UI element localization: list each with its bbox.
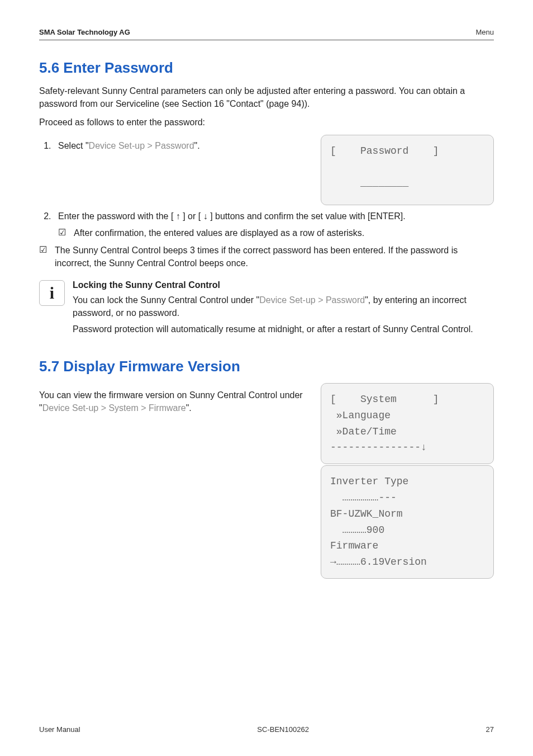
step-2-a: Enter the password with the [ <box>58 211 176 221</box>
display-password-line1: [ Password ] <box>330 145 439 157</box>
header-left: SMA Solar Technology AG <box>39 28 130 36</box>
step-list-2: Enter the password with the [ ↑ ] or [ ↓… <box>39 210 494 239</box>
system-panel1-line4: ---------------↓ <box>330 442 427 453</box>
section-5-7-menupath: Device Set-up > System > Firmware <box>42 403 186 413</box>
header-right: Menu <box>475 28 494 36</box>
step-1-text-c: ". <box>194 141 200 150</box>
system-panel1-line2: »Language <box>330 410 391 421</box>
section-5-6-title: 5.6 Enter Password <box>39 59 494 77</box>
step-list-1: Select "Device Set-up > Password". <box>39 139 312 153</box>
info-title: Locking the Sunny Central Control <box>73 280 494 290</box>
display-password-line2: ________ <box>330 177 408 188</box>
arrow-up-icon: ↑ <box>176 211 180 221</box>
result-check-text: The Sunny Central Control beeps 3 times … <box>55 244 494 270</box>
footer-right: 27 <box>486 725 494 734</box>
page-footer: User Manual SC-BEN100262 27 <box>39 725 494 734</box>
step-1: Select "Device Set-up > Password". <box>54 139 312 153</box>
info-icon-box: i <box>39 280 65 306</box>
system-panel2-line1: Inverter Type <box>330 476 408 487</box>
device-display-system-2: Inverter Type ………………--- BF-UZWK_Norm ………… <box>321 465 494 579</box>
system-panel1-line3: »Date/Time <box>330 426 397 437</box>
info-text: Locking the Sunny Central Control You ca… <box>73 280 494 339</box>
system-panel1-line1: [ System ] <box>330 394 439 405</box>
section-5-7-title: 5.7 Display Firmware Version <box>39 358 494 375</box>
info-icon: i <box>50 285 54 301</box>
step-1-text-a: Select " <box>58 141 89 150</box>
step-2: Enter the password with the [ ↑ ] or [ ↓… <box>54 210 494 239</box>
section-5-6-intro: Safety-relevant Sunny Central parameters… <box>39 84 494 110</box>
system-panel2-line6: →…………6.19Version <box>330 556 427 568</box>
system-panel2-line2: ………………--- <box>330 492 397 503</box>
footer-center: SC-BEN100262 <box>257 725 309 734</box>
system-panel2-line5: Firmware <box>330 540 378 551</box>
section-5-6-proceed: Proceed as follows to enter the password… <box>39 116 494 129</box>
system-panel2-line4: …………900 <box>330 525 384 536</box>
section-5-7-p-c: ". <box>186 403 192 413</box>
result-check-row: ☑ The Sunny Central Control beeps 3 time… <box>39 244 494 270</box>
system-panel2-line3: BF-UZWK_Norm <box>330 508 403 519</box>
info-p1-a: You can lock the Sunny Central Control u… <box>73 295 259 305</box>
device-display-password: [ Password ] ________ <box>321 135 494 205</box>
device-display-system-group: [ System ] »Language »Date/Time --------… <box>321 383 494 579</box>
step-2-c: ] buttons and confirm the set value with… <box>208 211 406 221</box>
info-p1: You can lock the Sunny Central Control u… <box>73 294 494 319</box>
step-2-b: ] or [ <box>180 211 203 221</box>
device-display-system-1: [ System ] »Language »Date/Time --------… <box>321 383 494 464</box>
page-header: SMA Solar Technology AG Menu <box>39 28 494 40</box>
step-2-check-text: After confirmation, the entered values a… <box>74 226 364 239</box>
check-icon: ☑ <box>58 226 68 239</box>
info-block: i Locking the Sunny Central Control You … <box>39 280 494 339</box>
arrow-down-icon: ↓ <box>203 211 208 221</box>
info-p2: Password protection will automatically r… <box>73 323 494 336</box>
info-p1-menupath: Device Set-up > Password <box>259 295 365 305</box>
step-1-menupath: Device Set-up > Password <box>89 141 194 150</box>
check-icon: ☑ <box>39 244 49 270</box>
footer-left: User Manual <box>39 725 80 734</box>
section-5-7-p: You can view the firmware version on Sun… <box>39 389 310 414</box>
